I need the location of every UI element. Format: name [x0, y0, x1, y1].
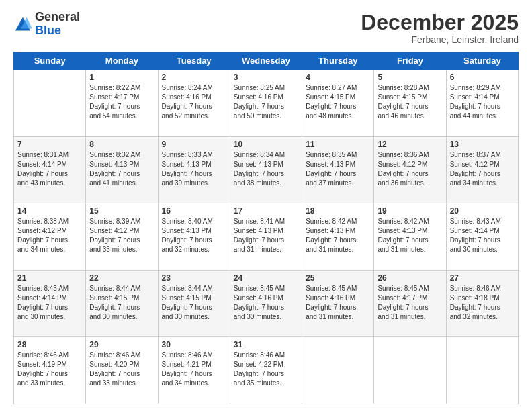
day-number: 26 — [378, 273, 442, 283]
logo-blue: Blue — [35, 24, 80, 38]
calendar-cell — [302, 337, 374, 404]
calendar-week-row: 1Sunrise: 8:22 AM Sunset: 4:17 PM Daylig… — [14, 70, 519, 137]
day-info: Sunrise: 8:37 AM Sunset: 4:12 PM Dayligh… — [450, 150, 515, 188]
calendar-cell: 24Sunrise: 8:45 AM Sunset: 4:16 PM Dayli… — [230, 270, 302, 337]
day-number: 22 — [89, 273, 154, 283]
location-subtitle: Ferbane, Leinster, Ireland — [361, 34, 519, 45]
day-info: Sunrise: 8:25 AM Sunset: 4:16 PM Dayligh… — [234, 83, 298, 121]
day-info: Sunrise: 8:45 AM Sunset: 4:16 PM Dayligh… — [306, 284, 370, 322]
calendar-cell: 19Sunrise: 8:42 AM Sunset: 4:13 PM Dayli… — [374, 203, 446, 271]
day-info: Sunrise: 8:46 AM Sunset: 4:20 PM Dayligh… — [89, 351, 154, 388]
day-info: Sunrise: 8:39 AM Sunset: 4:12 PM Dayligh… — [89, 217, 154, 255]
day-info: Sunrise: 8:36 AM Sunset: 4:12 PM Dayligh… — [378, 150, 442, 188]
day-header-wednesday: Wednesday — [230, 52, 302, 70]
day-info: Sunrise: 8:46 AM Sunset: 4:19 PM Dayligh… — [17, 351, 82, 388]
calendar-cell: 1Sunrise: 8:22 AM Sunset: 4:17 PM Daylig… — [86, 70, 158, 137]
calendar-cell: 6Sunrise: 8:29 AM Sunset: 4:14 PM Daylig… — [446, 70, 518, 137]
day-number: 30 — [162, 340, 226, 349]
calendar-cell: 29Sunrise: 8:46 AM Sunset: 4:20 PM Dayli… — [86, 337, 158, 404]
day-number: 18 — [306, 206, 370, 216]
calendar-cell: 16Sunrise: 8:40 AM Sunset: 4:13 PM Dayli… — [158, 203, 230, 271]
calendar-cell: 12Sunrise: 8:36 AM Sunset: 4:12 PM Dayli… — [374, 136, 446, 203]
day-info: Sunrise: 8:24 AM Sunset: 4:16 PM Dayligh… — [162, 83, 226, 121]
day-number: 4 — [306, 73, 370, 82]
day-number: 13 — [450, 140, 515, 149]
calendar-cell: 14Sunrise: 8:38 AM Sunset: 4:12 PM Dayli… — [14, 203, 86, 271]
day-info: Sunrise: 8:43 AM Sunset: 4:14 PM Dayligh… — [450, 217, 515, 255]
day-info: Sunrise: 8:45 AM Sunset: 4:17 PM Dayligh… — [378, 284, 442, 322]
day-info: Sunrise: 8:43 AM Sunset: 4:14 PM Dayligh… — [17, 284, 82, 322]
logo-icon — [13, 15, 32, 34]
calendar-cell: 25Sunrise: 8:45 AM Sunset: 4:16 PM Dayli… — [302, 270, 374, 337]
day-info: Sunrise: 8:35 AM Sunset: 4:13 PM Dayligh… — [306, 150, 370, 188]
calendar-week-row: 21Sunrise: 8:43 AM Sunset: 4:14 PM Dayli… — [14, 270, 519, 337]
header: General Blue December 2025 Ferbane, Lein… — [13, 11, 519, 45]
calendar-cell: 28Sunrise: 8:46 AM Sunset: 4:19 PM Dayli… — [14, 337, 86, 404]
calendar-week-row: 7Sunrise: 8:31 AM Sunset: 4:14 PM Daylig… — [14, 136, 519, 203]
calendar-cell: 4Sunrise: 8:27 AM Sunset: 4:15 PM Daylig… — [302, 70, 374, 137]
calendar-cell: 8Sunrise: 8:32 AM Sunset: 4:13 PM Daylig… — [86, 136, 158, 203]
day-info: Sunrise: 8:41 AM Sunset: 4:13 PM Dayligh… — [234, 217, 298, 255]
day-header-saturday: Saturday — [446, 52, 518, 70]
day-info: Sunrise: 8:33 AM Sunset: 4:13 PM Dayligh… — [162, 150, 226, 188]
day-number: 6 — [450, 73, 515, 82]
day-number: 19 — [378, 206, 442, 216]
day-number: 7 — [17, 140, 82, 149]
calendar-cell: 27Sunrise: 8:46 AM Sunset: 4:18 PM Dayli… — [446, 270, 518, 337]
calendar-cell: 13Sunrise: 8:37 AM Sunset: 4:12 PM Dayli… — [446, 136, 518, 203]
calendar-cell: 9Sunrise: 8:33 AM Sunset: 4:13 PM Daylig… — [158, 136, 230, 203]
day-number: 31 — [234, 340, 298, 349]
day-number: 21 — [17, 273, 82, 283]
calendar-table: SundayMondayTuesdayWednesdayThursdayFrid… — [13, 52, 519, 404]
day-number: 20 — [450, 206, 515, 216]
day-number: 24 — [234, 273, 298, 283]
day-number: 2 — [162, 73, 226, 82]
day-number: 17 — [234, 206, 298, 216]
calendar-cell: 15Sunrise: 8:39 AM Sunset: 4:12 PM Dayli… — [86, 203, 158, 271]
page: General Blue December 2025 Ferbane, Lein… — [0, 0, 532, 411]
calendar-cell: 20Sunrise: 8:43 AM Sunset: 4:14 PM Dayli… — [446, 203, 518, 271]
day-number: 14 — [17, 206, 82, 216]
calendar-cell: 21Sunrise: 8:43 AM Sunset: 4:14 PM Dayli… — [14, 270, 86, 337]
day-info: Sunrise: 8:40 AM Sunset: 4:13 PM Dayligh… — [162, 217, 226, 255]
day-header-monday: Monday — [86, 52, 158, 70]
day-info: Sunrise: 8:44 AM Sunset: 4:15 PM Dayligh… — [89, 284, 154, 322]
day-number: 12 — [378, 140, 442, 149]
calendar-cell — [446, 337, 518, 404]
month-title: December 2025 — [361, 11, 519, 34]
logo: General Blue — [13, 11, 80, 38]
calendar-cell: 23Sunrise: 8:44 AM Sunset: 4:15 PM Dayli… — [158, 270, 230, 337]
logo-general: General — [35, 11, 80, 24]
day-number: 29 — [89, 340, 154, 349]
calendar-cell: 5Sunrise: 8:28 AM Sunset: 4:15 PM Daylig… — [374, 70, 446, 137]
day-number: 28 — [17, 340, 82, 349]
day-info: Sunrise: 8:45 AM Sunset: 4:16 PM Dayligh… — [234, 284, 298, 322]
day-number: 27 — [450, 273, 515, 283]
day-number: 8 — [89, 140, 154, 149]
day-info: Sunrise: 8:29 AM Sunset: 4:14 PM Dayligh… — [450, 83, 515, 121]
day-info: Sunrise: 8:38 AM Sunset: 4:12 PM Dayligh… — [17, 217, 82, 255]
day-info: Sunrise: 8:34 AM Sunset: 4:13 PM Dayligh… — [234, 150, 298, 188]
title-block: December 2025 Ferbane, Leinster, Ireland — [361, 11, 519, 45]
day-number: 5 — [378, 73, 442, 82]
day-number: 16 — [162, 206, 226, 216]
day-header-tuesday: Tuesday — [158, 52, 230, 70]
calendar-cell: 7Sunrise: 8:31 AM Sunset: 4:14 PM Daylig… — [14, 136, 86, 203]
day-info: Sunrise: 8:46 AM Sunset: 4:22 PM Dayligh… — [234, 351, 298, 388]
day-number: 25 — [306, 273, 370, 283]
calendar-week-row: 28Sunrise: 8:46 AM Sunset: 4:19 PM Dayli… — [14, 337, 519, 404]
calendar-cell: 18Sunrise: 8:42 AM Sunset: 4:13 PM Dayli… — [302, 203, 374, 271]
day-header-friday: Friday — [374, 52, 446, 70]
day-info: Sunrise: 8:28 AM Sunset: 4:15 PM Dayligh… — [378, 83, 442, 121]
calendar-cell — [374, 337, 446, 404]
day-number: 10 — [234, 140, 298, 149]
day-number: 11 — [306, 140, 370, 149]
calendar-header-row: SundayMondayTuesdayWednesdayThursdayFrid… — [14, 52, 519, 70]
day-info: Sunrise: 8:27 AM Sunset: 4:15 PM Dayligh… — [306, 83, 370, 121]
day-number: 23 — [162, 273, 226, 283]
calendar-cell: 30Sunrise: 8:46 AM Sunset: 4:21 PM Dayli… — [158, 337, 230, 404]
day-info: Sunrise: 8:44 AM Sunset: 4:15 PM Dayligh… — [162, 284, 226, 322]
day-number: 3 — [234, 73, 298, 82]
calendar-cell: 3Sunrise: 8:25 AM Sunset: 4:16 PM Daylig… — [230, 70, 302, 137]
day-info: Sunrise: 8:22 AM Sunset: 4:17 PM Dayligh… — [89, 83, 154, 121]
